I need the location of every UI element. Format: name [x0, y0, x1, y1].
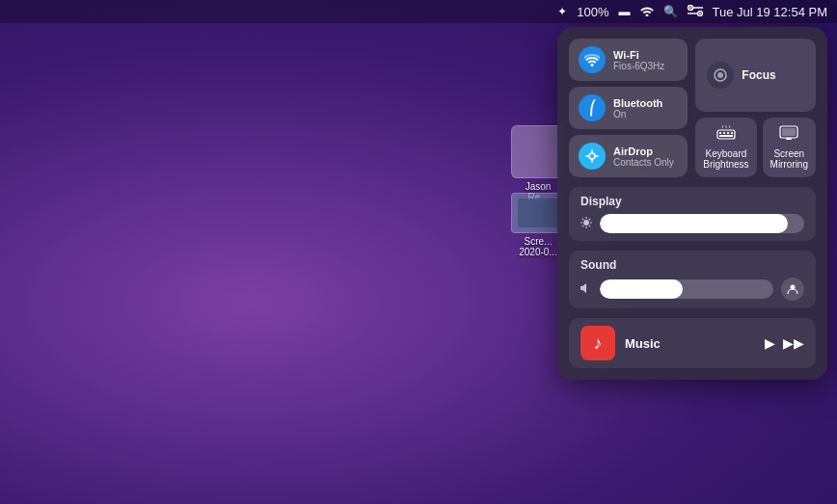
bluetooth-network-icon: ⎛	[579, 94, 606, 121]
cc-bottom-icons: Keyboard Brightness Screen Mirroring	[695, 118, 816, 177]
battery-icon: ▬	[619, 5, 631, 18]
screen-mirroring-label: Screen Mirroring	[770, 148, 808, 170]
focus-label: Focus	[742, 68, 775, 82]
music-controls: ▶ ▶▶	[765, 335, 804, 351]
bluetooth-icon: ✦	[557, 5, 567, 18]
cc-top-row: Wi-Fi Fios-6Q3Hz ⎛ Bluetooth On	[569, 39, 816, 177]
battery-percent: 100%	[577, 5, 608, 19]
display-slider[interactable]	[600, 214, 804, 233]
music-section: ♪ Music ▶ ▶▶	[569, 318, 816, 368]
svg-rect-13	[731, 132, 733, 134]
sound-slider-row	[580, 278, 804, 301]
svg-rect-17	[786, 138, 792, 140]
airdrop-label: AirDrop	[613, 146, 674, 157]
volume-low-icon	[580, 282, 592, 297]
sound-slider[interactable]	[600, 279, 773, 299]
network-column: Wi-Fi Fios-6Q3Hz ⎛ Bluetooth On	[569, 39, 688, 177]
airdrop-button[interactable]: AirDrop Contacts Only	[569, 135, 688, 177]
wifi-network-icon	[579, 46, 606, 73]
airdrop-text: AirDrop Contacts Only	[613, 146, 674, 168]
bluetooth-text: Bluetooth On	[613, 97, 662, 119]
music-app-icon: ♪	[580, 326, 615, 360]
keyboard-brightness-icon	[716, 125, 736, 145]
control-center-icon[interactable]	[688, 5, 703, 19]
sound-label: Sound	[580, 258, 804, 272]
right-column: Focus	[695, 39, 816, 177]
bluetooth-label: Bluetooth	[613, 97, 662, 109]
menubar: ✦ 100% ▬ 🔍 T	[0, 0, 837, 23]
svg-rect-9	[717, 130, 735, 139]
focus-button[interactable]: Focus	[695, 39, 816, 112]
wifi-sublabel: Fios-6Q3Hz	[613, 61, 664, 71]
display-slider-row	[580, 214, 804, 233]
airdrop-sublabel: Contacts Only	[613, 157, 674, 168]
keyboard-brightness-label: Keyboard Brightness	[703, 148, 748, 170]
svg-point-4	[699, 13, 701, 14]
wifi-button[interactable]: Wi-Fi Fios-6Q3Hz	[569, 39, 688, 81]
music-label: Music	[625, 336, 755, 351]
sound-output-icon[interactable]	[781, 278, 804, 301]
wifi-label: Wi-Fi	[613, 49, 664, 61]
desktop: ✦ 100% ▬ 🔍 T	[0, 0, 837, 504]
control-center-panel: Wi-Fi Fios-6Q3Hz ⎛ Bluetooth On	[557, 27, 827, 380]
bluetooth-sublabel: On	[613, 109, 662, 119]
search-icon[interactable]: 🔍	[663, 5, 678, 18]
focus-icon	[707, 62, 734, 89]
display-label: Display	[580, 195, 804, 208]
forward-button[interactable]: ▶▶	[783, 335, 804, 351]
svg-point-8	[717, 72, 723, 78]
wifi-text: Wi-Fi Fios-6Q3Hz	[613, 49, 664, 71]
svg-rect-14	[719, 135, 733, 137]
display-section: Display	[569, 187, 816, 241]
screen-mirroring-icon	[779, 125, 798, 145]
airdrop-network-icon	[579, 143, 606, 170]
play-button[interactable]: ▶	[765, 335, 775, 351]
svg-rect-10	[719, 132, 721, 134]
svg-point-18	[583, 220, 589, 225]
music-note-icon: ♪	[594, 333, 603, 354]
screen-mirroring-button[interactable]: Screen Mirroring	[763, 118, 816, 177]
sound-section: Sound	[569, 251, 816, 308]
svg-rect-16	[782, 128, 796, 136]
svg-point-6	[589, 153, 595, 159]
svg-rect-11	[723, 132, 725, 134]
brightness-low-icon	[580, 217, 592, 231]
bluetooth-button[interactable]: ⎛ Bluetooth On	[569, 87, 688, 129]
date-time: Tue Jul 19 12:54 PM	[713, 5, 827, 19]
wifi-icon	[640, 5, 654, 19]
svg-rect-12	[727, 132, 729, 134]
svg-point-1	[689, 7, 691, 9]
keyboard-brightness-button[interactable]: Keyboard Brightness	[695, 118, 756, 177]
